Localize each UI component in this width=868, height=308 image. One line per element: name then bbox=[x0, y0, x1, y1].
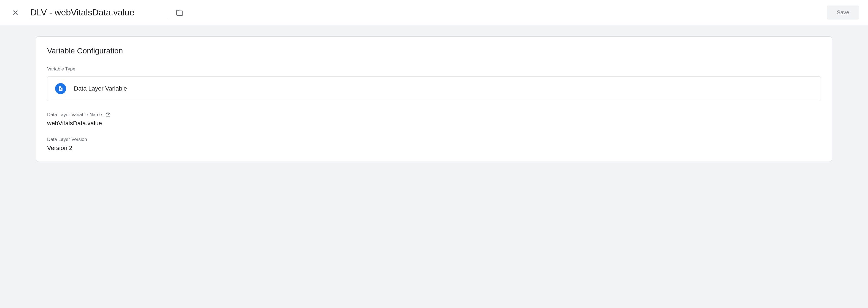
help-icon bbox=[105, 112, 111, 117]
variable-name-label-text: Data Layer Variable Name bbox=[47, 112, 102, 117]
version-label: Data Layer Version bbox=[47, 137, 821, 142]
title-wrapper bbox=[30, 6, 827, 19]
header-bar: Save bbox=[0, 0, 868, 25]
close-button[interactable] bbox=[9, 6, 22, 19]
folder-button[interactable] bbox=[175, 8, 185, 18]
variable-name-value: webVitalsData.value bbox=[47, 120, 821, 127]
variable-title-input[interactable] bbox=[30, 6, 168, 19]
save-button[interactable]: Save bbox=[827, 5, 859, 20]
variable-name-field: Data Layer Variable Name webVitalsData.v… bbox=[47, 112, 821, 127]
version-value: Version 2 bbox=[47, 144, 821, 152]
variable-type-value: Data Layer Variable bbox=[74, 85, 127, 92]
variable-type-selector[interactable]: Data Layer Variable bbox=[47, 76, 821, 101]
variable-type-label: Variable Type bbox=[47, 66, 821, 72]
close-icon bbox=[12, 9, 19, 16]
version-field: Data Layer Version Version 2 bbox=[47, 137, 821, 152]
variable-configuration-panel: Variable Configuration Variable Type Dat… bbox=[36, 36, 832, 162]
help-button[interactable] bbox=[105, 112, 111, 117]
data-layer-variable-icon bbox=[55, 83, 66, 94]
variable-name-label: Data Layer Variable Name bbox=[47, 112, 821, 117]
panel-title: Variable Configuration bbox=[47, 46, 821, 55]
folder-icon bbox=[176, 8, 184, 17]
content-area: Variable Configuration Variable Type Dat… bbox=[0, 25, 868, 308]
